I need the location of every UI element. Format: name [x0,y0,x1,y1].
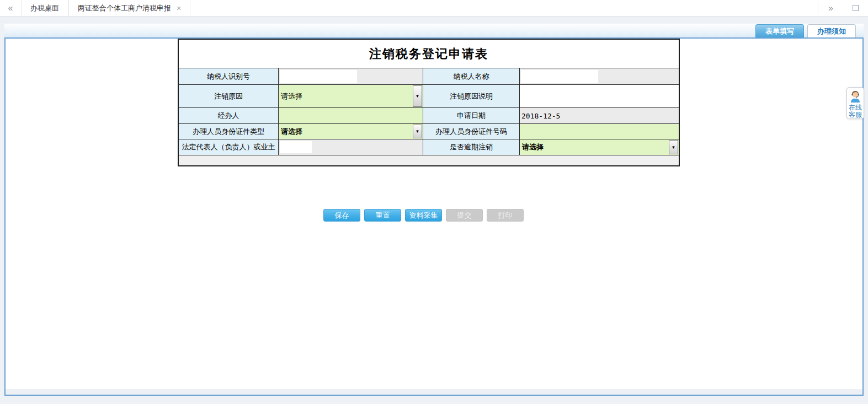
form-title: 注销税务登记申请表 [179,40,679,68]
taxpayer-id-label: 纳税人识别号 [179,68,279,85]
service-label-line2: 客服 [849,111,862,118]
tab-label: 两证整合个体工商户清税申报 [78,3,171,13]
online-service-widget[interactable]: 在线 客服 [846,87,864,119]
table-footer-strip [179,155,679,165]
tab-label: 办税桌面 [30,3,59,13]
handler-cert-no-input[interactable] [520,124,679,139]
agent-input[interactable] [279,108,423,124]
handler-cert-type-selected-value: 请选择 [281,127,302,137]
data-collect-button[interactable]: 资料采集 [405,209,442,222]
overdue-cancel-selected-value: 请选择 [522,142,544,152]
panel-header-gradient [4,24,864,37]
handler-cert-type-select[interactable]: 请选择 ▼ [279,124,423,139]
chevron-down-icon[interactable]: ▼ [669,140,678,154]
maximize-square [853,5,859,11]
collapse-tabs-icon[interactable]: « [0,0,21,16]
cancel-reason-desc-label: 注销原因说明 [423,85,520,108]
panel-tabs: 表单填写 办理须知 [755,24,856,37]
print-button-disabled: 打印 [487,209,524,222]
cancellation-form-table: 注销税务登记申请表 纳税人识别号 纳税人名称 注销原因 请选择 ▼ 注销原因说明… [178,39,680,166]
overdue-cancel-label: 是否逾期注销 [423,139,520,155]
agent-label: 经办人 [179,108,279,124]
chevron-down-icon[interactable]: ▼ [413,125,422,138]
cancel-reason-label: 注销原因 [179,85,279,108]
submit-button-disabled: 提交 [446,209,483,222]
apply-date-value: 2018-12-5 [520,108,679,124]
legal-person-input[interactable] [280,141,312,153]
topbar-spacer [190,0,818,16]
maximize-icon[interactable] [843,0,868,16]
taxpayer-name-label: 纳税人名称 [423,68,520,85]
taxpayer-name-cell [520,68,679,85]
taxpayer-id-cell [279,68,423,85]
action-button-row: 保存 重置 资料采集 提交 打印 [323,209,524,222]
customer-service-avatar-icon [849,89,862,104]
save-button[interactable]: 保存 [323,209,360,222]
cancel-reason-selected-value: 请选择 [281,91,302,101]
close-tab-icon[interactable]: × [177,4,181,13]
cancel-reason-desc-input[interactable] [520,85,679,108]
taxpayer-id-input[interactable] [280,70,357,83]
legal-person-label: 法定代表人（负责人）或业主 [179,139,279,155]
panel-tab-form-fill[interactable]: 表单填写 [755,24,804,37]
panel-bottom-scroll-strip [6,389,862,395]
tab-cleartax-declare[interactable]: 两证整合个体工商户清税申报 × [68,0,190,16]
top-tab-bar: « 办税桌面 两证整合个体工商户清税申报 × » [0,0,868,17]
tab-tax-desktop[interactable]: 办税桌面 [21,0,68,16]
taxpayer-name-input[interactable] [521,70,598,83]
panel-tab-notice[interactable]: 办理须知 [807,24,856,37]
overdue-cancel-select[interactable]: 请选择 ▼ [520,139,679,155]
expand-tabs-icon[interactable]: » [818,0,843,16]
handler-cert-type-label: 办理人员身份证件类型 [179,124,279,139]
legal-person-cell [279,139,423,155]
chevron-down-icon[interactable]: ▼ [413,85,422,107]
handler-cert-no-label: 办理人员身份证件号码 [423,124,520,139]
reset-button[interactable]: 重置 [364,209,401,222]
apply-date-label: 申请日期 [423,108,520,124]
cancel-reason-select[interactable]: 请选择 ▼ [279,85,423,108]
